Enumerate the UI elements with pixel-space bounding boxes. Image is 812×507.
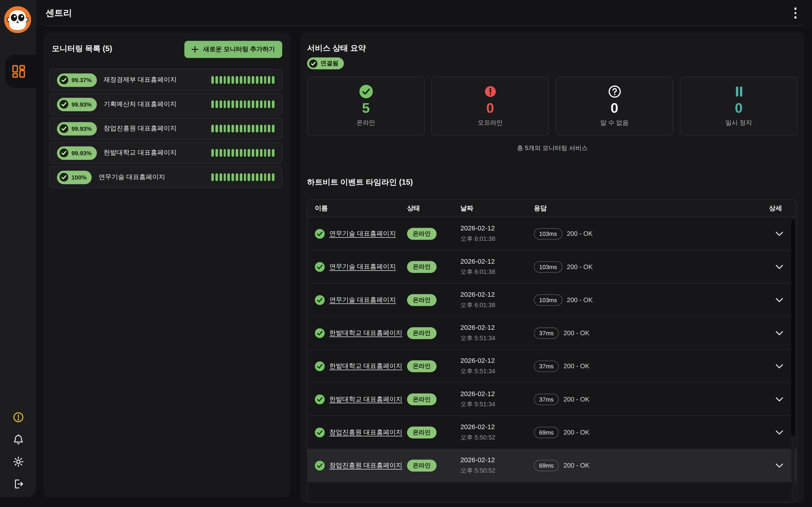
sidebar-item-logout[interactable] bbox=[12, 478, 24, 490]
scrollbar-thumb[interactable] bbox=[792, 219, 795, 437]
heartbeat-bar bbox=[232, 125, 234, 132]
chevron-down-icon[interactable] bbox=[776, 364, 783, 368]
heartbeat-bar bbox=[244, 149, 246, 157]
heartbeat-bar bbox=[252, 125, 254, 132]
monitor-link[interactable]: 창업진흥원 대표홈페이지 bbox=[329, 461, 402, 470]
date-cell: 2026-02-12 오후 6:01:38 bbox=[460, 290, 495, 309]
response-text: 200 - OK bbox=[563, 329, 589, 337]
heartbeat-bar bbox=[232, 101, 234, 108]
response-text: 200 - OK bbox=[563, 362, 589, 370]
heartbeat-bar bbox=[236, 76, 238, 84]
table-row-partial[interactable] bbox=[308, 482, 797, 503]
check-circle-icon bbox=[315, 229, 325, 238]
date-value: 2026-02-12 bbox=[460, 290, 495, 298]
add-monitor-button[interactable]: 새로운 모니터링 추가하기 bbox=[185, 41, 282, 58]
table-row[interactable]: 창업진흥원 대표홈페이지 온라인 2026-02-12 오후 5:50:52 6… bbox=[308, 449, 797, 482]
check-circle-icon bbox=[60, 173, 68, 181]
sidebar-item-alerts[interactable] bbox=[12, 411, 24, 423]
monitor-card[interactable]: 100% 연무기술 대표홈페이지 bbox=[49, 166, 282, 188]
kebab-menu-icon[interactable] bbox=[792, 5, 799, 20]
heartbeat-bar bbox=[264, 76, 266, 84]
monitor-link[interactable]: 한밭대학교 대표홈페이지 bbox=[329, 395, 402, 404]
monitor-link[interactable]: 한밭대학교 대표홈페이지 bbox=[329, 328, 402, 337]
connection-status-label: 연결됨 bbox=[320, 60, 339, 67]
heartbeat-bar bbox=[248, 101, 250, 108]
sidebar-item-settings[interactable] bbox=[12, 456, 24, 468]
date-cell: 2026-02-12 오후 5:51:34 bbox=[460, 390, 495, 409]
table-row[interactable]: 한밭대학교 대표홈페이지 온라인 2026-02-12 오후 5:51:34 3… bbox=[308, 350, 797, 383]
check-circle-icon bbox=[315, 460, 325, 470]
monitor-link[interactable]: 연무기술 대표홈페이지 bbox=[329, 262, 396, 271]
sidebar-item-notifications[interactable] bbox=[12, 434, 24, 445]
check-circle-icon bbox=[315, 394, 325, 404]
uptime-percent: 99.93% bbox=[71, 101, 92, 107]
heartbeat-bar bbox=[227, 101, 230, 108]
heartbeat-bar bbox=[215, 149, 218, 157]
table-row[interactable]: 한밭대학교 대표홈페이지 온라인 2026-02-12 오후 5:51:34 3… bbox=[308, 317, 797, 350]
date-value: 2026-02-12 bbox=[460, 224, 495, 232]
table-row[interactable]: 연무기술 대표홈페이지 온라인 2026-02-12 오후 6:01:38 10… bbox=[308, 250, 797, 283]
heartbeat-bar bbox=[244, 101, 246, 108]
heartbeat-bar bbox=[248, 125, 250, 132]
heartbeat-bar bbox=[272, 101, 274, 108]
chevron-down-icon[interactable] bbox=[776, 265, 783, 269]
app-logo[interactable] bbox=[4, 6, 31, 33]
heartbeat-bar bbox=[272, 125, 274, 132]
table-row[interactable]: 한밭대학교 대표홈페이지 온라인 2026-02-12 오후 5:51:34 3… bbox=[308, 383, 797, 416]
uptime-percent: 99.93% bbox=[71, 150, 92, 156]
unknown-count: 0 bbox=[611, 101, 618, 115]
stat-card-paused: 0 일시 정지 bbox=[680, 76, 798, 135]
chevron-down-icon[interactable] bbox=[776, 232, 783, 236]
gear-icon bbox=[12, 456, 24, 468]
chevron-down-icon[interactable] bbox=[776, 463, 783, 467]
heartbeat-bar bbox=[252, 149, 254, 157]
check-circle-icon bbox=[315, 328, 325, 338]
response-text: 200 - OK bbox=[567, 230, 593, 237]
response-cell: 69ms 200 - OK bbox=[534, 460, 590, 471]
check-circle-icon bbox=[309, 59, 318, 68]
monitor-link[interactable]: 한밭대학교 대표홈페이지 bbox=[329, 362, 402, 371]
date-value: 2026-02-12 bbox=[460, 422, 495, 430]
check-circle-icon bbox=[359, 85, 372, 98]
check-circle-icon bbox=[60, 75, 68, 84]
heartbeat-bar bbox=[236, 125, 238, 132]
time-value: 오후 6:01:38 bbox=[460, 268, 495, 276]
heartbeat-bar bbox=[236, 101, 238, 108]
uptime-percent: 99.37% bbox=[71, 77, 92, 83]
sidebar-item-dashboard[interactable] bbox=[12, 65, 26, 78]
monitor-link[interactable]: 창업진흥원 대표홈페이지 bbox=[329, 428, 402, 437]
uptime-badge: 99.37% bbox=[57, 73, 97, 87]
monitor-card[interactable]: 99.93% 기획예산처 대표홈페이지 bbox=[49, 93, 282, 115]
status-pill: 온라인 bbox=[407, 261, 436, 273]
uptime-percent: 100% bbox=[71, 174, 87, 180]
table-row[interactable]: 연무기술 대표홈페이지 온라인 2026-02-12 오후 6:01:38 10… bbox=[308, 217, 797, 250]
heartbeat-bar bbox=[264, 125, 266, 132]
table-row[interactable]: 창업진흥원 대표홈페이지 온라인 2026-02-12 오후 5:50:52 6… bbox=[308, 416, 797, 449]
sidebar-bottom-icons bbox=[0, 411, 36, 490]
monitor-name: 연무기술 대표홈페이지 bbox=[99, 173, 165, 181]
chevron-down-icon[interactable] bbox=[776, 430, 783, 434]
monitor-card[interactable]: 99.37% 재정경제부 대표홈페이지 bbox=[49, 69, 282, 91]
latency-pill: 103ms bbox=[534, 294, 562, 305]
heartbeat-bar bbox=[268, 101, 270, 108]
status-pill: 온라인 bbox=[407, 459, 436, 471]
chevron-down-icon[interactable] bbox=[776, 331, 783, 335]
monitor-link[interactable]: 연무기술 대표홈페이지 bbox=[329, 295, 396, 304]
chevron-down-icon[interactable] bbox=[776, 298, 783, 302]
heartbeat-bar bbox=[223, 76, 226, 84]
heartbeat-bar bbox=[244, 173, 246, 181]
table-scrollbar bbox=[792, 218, 795, 500]
heartbeat-bar bbox=[223, 125, 226, 132]
monitor-card[interactable]: 99.93% 한밭대학교 대표홈페이지 bbox=[49, 142, 282, 164]
monitor-card[interactable]: 99.93% 창업진흥원 대표홈페이지 bbox=[49, 117, 282, 139]
chevron-down-icon[interactable] bbox=[776, 397, 783, 401]
heartbeat-bar bbox=[227, 125, 230, 132]
table-row[interactable]: 연무기술 대표홈페이지 온라인 2026-02-12 오후 6:01:38 10… bbox=[308, 284, 797, 317]
check-circle-icon bbox=[315, 262, 325, 272]
heartbeat-bar bbox=[268, 125, 270, 132]
monitor-link[interactable]: 연무기술 대표홈페이지 bbox=[329, 229, 396, 238]
total-services-text: 총 5개의 모니터링 서비스 bbox=[300, 144, 804, 153]
column-header-name: 이름 bbox=[315, 204, 328, 213]
stat-card-unknown: 0 알 수 없음 bbox=[556, 76, 673, 135]
heartbeat-bar bbox=[240, 173, 242, 181]
